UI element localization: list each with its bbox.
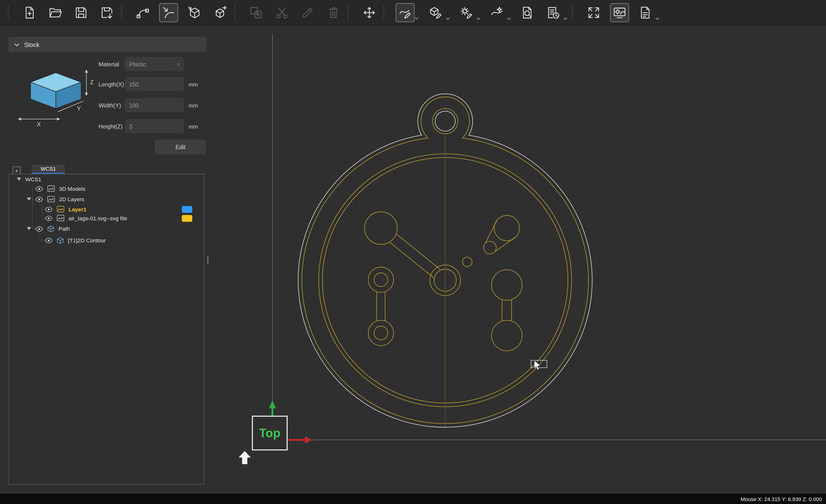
toolbar-separator xyxy=(121,4,122,20)
import-model-icon xyxy=(188,6,201,19)
move-transform-button[interactable] xyxy=(360,3,378,22)
tree-row-3d-models[interactable]: 3D Models xyxy=(9,184,204,193)
layer-color-swatch[interactable] xyxy=(182,206,192,212)
create-toolpath-button[interactable] xyxy=(396,3,414,22)
edit-rotary-toolpath-icon xyxy=(460,6,473,19)
toolpath-icon xyxy=(57,237,64,244)
chevron-down-icon[interactable] xyxy=(507,17,511,20)
view-cube[interactable]: Top xyxy=(252,416,288,450)
y-axis-arrow-icon xyxy=(269,400,276,417)
eye-icon[interactable] xyxy=(35,196,43,202)
model-group-icon xyxy=(48,185,55,192)
edit-stock-button[interactable]: Edit xyxy=(155,140,206,154)
tree-row-layer1[interactable]: Layer1 xyxy=(9,204,204,214)
origin-marker-icon xyxy=(239,451,251,464)
toolbar-separator xyxy=(572,4,573,20)
save-button[interactable] xyxy=(72,3,91,22)
collapse-icon[interactable] xyxy=(17,178,21,181)
chevron-down-icon[interactable] xyxy=(563,17,567,20)
layer-icon xyxy=(57,215,64,221)
status-bar: Mouse X: 24.315 Y: 6.939 Z: 0.000 xyxy=(0,494,826,504)
generate-toolpath-button[interactable] xyxy=(487,3,506,22)
width-label: Width(Y) xyxy=(99,102,121,108)
toolpath-group-icon xyxy=(48,225,54,232)
chevron-down-icon[interactable] xyxy=(655,17,659,20)
eye-icon[interactable] xyxy=(45,237,53,243)
preview-gcode-button[interactable] xyxy=(518,3,537,22)
toolbar-separator xyxy=(348,4,348,20)
simulation-icon xyxy=(613,6,627,19)
material-select[interactable]: Plastic ▾ xyxy=(125,57,184,71)
wcs-tab[interactable]: WCS1 xyxy=(32,165,65,174)
tree-row-2d-contour[interactable]: [T1]2D Contour xyxy=(9,236,204,245)
import-curve-button[interactable] xyxy=(133,3,152,22)
time-estimate-button[interactable] xyxy=(544,3,563,22)
import-curve-icon xyxy=(136,6,150,19)
eye-icon[interactable] xyxy=(45,215,53,221)
import-model-button[interactable] xyxy=(185,3,204,22)
fit-view-button[interactable] xyxy=(584,3,603,22)
tree-item-label: 2D Layers xyxy=(59,196,84,202)
generate-toolpath-icon xyxy=(490,6,504,19)
cut-icon xyxy=(275,6,289,19)
open-file-button[interactable] xyxy=(46,3,65,22)
export-gcode-icon xyxy=(639,6,652,19)
select-caret-icon: ▾ xyxy=(177,61,180,67)
layer-color-swatch[interactable] xyxy=(182,215,192,222)
collapse-icon[interactable] xyxy=(27,197,31,201)
edit-model-toolpath-icon xyxy=(429,6,443,19)
new-file-button[interactable] xyxy=(20,3,39,22)
layer-group-icon xyxy=(48,196,55,202)
x-axis-arrow-icon xyxy=(288,436,312,443)
delete-icon xyxy=(327,6,340,19)
export-model-button[interactable] xyxy=(211,3,230,22)
chevron-down-icon[interactable] xyxy=(446,17,450,20)
eye-icon[interactable] xyxy=(35,226,43,232)
edit-model-toolpath-button[interactable] xyxy=(426,3,445,22)
simulation-button[interactable] xyxy=(610,3,629,22)
export-gcode-button[interactable] xyxy=(636,3,655,22)
scene-tree: WCS1 3D Models 2D Layers Layer1 xyxy=(8,174,204,485)
open-file-icon xyxy=(48,6,62,19)
add-wcs-button[interactable]: + xyxy=(13,167,20,175)
cut-button xyxy=(272,3,291,22)
tree-root-label: WCS1 xyxy=(25,176,41,182)
height-label: Height(Z) xyxy=(99,123,123,129)
tree-row-2d-layers[interactable]: 2D Layers xyxy=(9,194,204,204)
preview-gcode-icon xyxy=(521,6,534,19)
height-input[interactable] xyxy=(125,119,184,133)
edit-rotary-toolpath-button[interactable] xyxy=(457,3,476,22)
length-label: Length(X) xyxy=(99,81,124,87)
vector-drawing[interactable] xyxy=(302,97,589,427)
eye-icon[interactable] xyxy=(45,206,53,212)
layer-icon xyxy=(57,206,64,212)
length-input[interactable] xyxy=(125,77,184,91)
eye-icon[interactable] xyxy=(35,186,43,191)
toolbar-separator xyxy=(234,4,235,20)
material-value: Plastic xyxy=(129,61,146,67)
stock-panel: Stock Z Y X Material Plastic ▾ Length(X) xyxy=(8,37,206,485)
export-model-icon xyxy=(213,6,227,19)
tree-row-svg-file[interactable]: air_tags-01.svg--svg file xyxy=(9,213,204,223)
tree-item-label: Layer1 xyxy=(68,206,86,212)
stock-section-header[interactable]: Stock xyxy=(8,37,206,52)
width-input[interactable] xyxy=(125,98,184,112)
import-vector-icon xyxy=(162,6,176,19)
chevron-down-icon[interactable] xyxy=(476,17,480,20)
new-file-icon xyxy=(23,6,37,19)
tree-root-row[interactable]: WCS1 xyxy=(9,174,204,184)
save-icon xyxy=(74,6,88,19)
toolbar-separator xyxy=(384,4,384,20)
collapse-icon[interactable] xyxy=(27,227,31,230)
selection-marquee xyxy=(531,361,547,368)
save-as-icon xyxy=(100,6,114,19)
app-window: Top St xyxy=(0,0,826,504)
fit-view-icon xyxy=(587,6,601,19)
tree-row-path[interactable]: Path xyxy=(9,224,204,233)
chevron-down-icon[interactable] xyxy=(415,17,419,19)
import-vector-button[interactable] xyxy=(159,3,178,22)
save-as-button[interactable] xyxy=(98,3,116,22)
panel-resize-handle[interactable] xyxy=(207,256,209,264)
tree-item-label: air_tags-01.svg--svg file xyxy=(68,215,127,221)
stock-section-title: Stock xyxy=(24,42,40,48)
